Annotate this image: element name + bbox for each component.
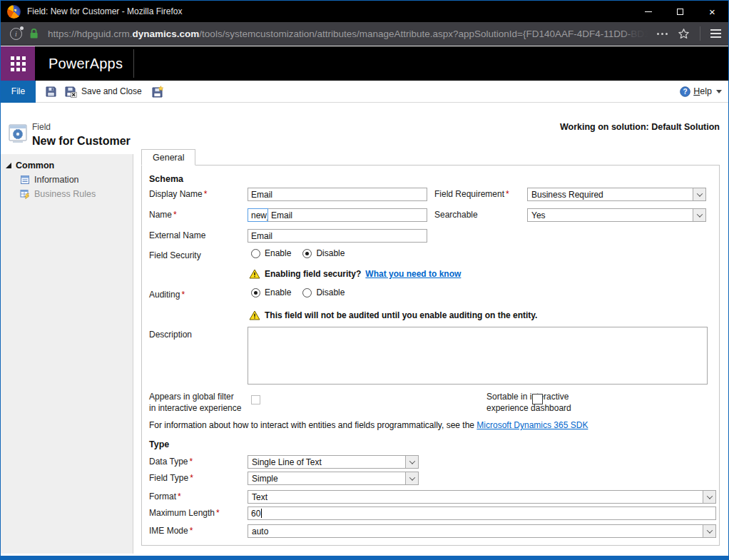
description-textarea[interactable]	[248, 327, 708, 385]
sidebar-item-information[interactable]: Information	[1, 173, 133, 187]
help-icon: ?	[680, 86, 690, 97]
field-security-warning: Enabling field security? What you need t…	[249, 269, 461, 279]
auditing-enable-radio[interactable]	[251, 288, 260, 297]
app-header-separator	[133, 49, 134, 78]
solution-status: Working on solution: Default Solution	[560, 122, 720, 132]
url-input[interactable]: https://hdpguid.crm.dynamics.com/tools/s…	[48, 29, 653, 39]
sdk-link[interactable]: Microsoft Dynamics 365 SDK	[476, 420, 588, 430]
data-type-select[interactable]: Single Line of Text	[248, 455, 419, 469]
format-label: Format*	[149, 492, 181, 502]
field-security-radio-group: Enable Disable	[251, 248, 345, 258]
field-requirement-label: Field Requirement*	[434, 189, 509, 199]
page-info-icon[interactable]: i	[10, 28, 22, 40]
navigation-sidebar: Common Information Business Rules	[1, 154, 133, 554]
maximum-length-label: Maximum Length*	[149, 508, 220, 518]
warning-icon	[249, 269, 260, 279]
page-header: Field New for Customer Working on soluti…	[1, 103, 728, 154]
business-rules-icon	[20, 189, 30, 199]
minimize-icon	[645, 11, 652, 12]
permission-dot-icon	[20, 26, 24, 30]
chevron-down-icon[interactable]	[693, 209, 705, 221]
warning-icon	[249, 310, 260, 320]
format-select[interactable]: Text	[248, 490, 716, 504]
sdk-note: For information about how to interact wi…	[149, 420, 588, 430]
display-name-label: Display Name*	[149, 189, 207, 199]
waffle-menu-button[interactable]	[1, 46, 35, 81]
maximum-length-input[interactable]: 60	[248, 506, 716, 520]
global-filter-label: Appears in global filterin interactive e…	[149, 391, 249, 414]
minimize-button[interactable]	[632, 1, 664, 22]
name-label: Name*	[149, 210, 177, 220]
sidebar-item-business-rules[interactable]: Business Rules	[1, 187, 133, 201]
name-input[interactable]: Email	[267, 208, 427, 222]
data-type-label: Data Type*	[149, 457, 193, 467]
sidebar-group-common[interactable]: Common	[1, 158, 133, 173]
svg-text:?: ?	[683, 88, 688, 96]
field-type-select[interactable]: Simple	[248, 472, 419, 485]
description-label: Description	[149, 330, 192, 340]
waffle-icon	[11, 56, 26, 71]
menu-icon[interactable]	[710, 29, 721, 38]
auditing-radio-group: Enable Disable	[251, 287, 345, 297]
external-name-input[interactable]: Email	[248, 229, 427, 243]
text-cursor	[261, 509, 262, 518]
display-name-input[interactable]: Email	[248, 188, 427, 201]
page-title: New for Customer	[32, 135, 131, 148]
url-prefix: https://hdpguid.crm.	[48, 29, 133, 39]
field-security-enable-radio[interactable]	[251, 249, 260, 258]
tree-expander-icon[interactable]	[6, 163, 11, 168]
name-prefix-input[interactable]: new_	[248, 208, 268, 222]
help-label: Help	[693, 86, 712, 96]
sortable-checkbox[interactable]	[532, 394, 543, 404]
external-name-label: External Name	[149, 230, 205, 240]
ime-mode-select[interactable]: auto	[248, 524, 716, 538]
record-type-label: Field	[32, 122, 51, 132]
save-and-new-button[interactable]	[151, 86, 164, 98]
firefox-window: Field: New for Customer - Mozilla Firefo…	[0, 0, 729, 560]
searchable-label: Searchable	[434, 210, 478, 220]
url-path: /tools/systemcustomization/attributes/ma…	[199, 29, 631, 39]
address-bar[interactable]: i https://hdpguid.crm.dynamics.com/tools…	[1, 22, 728, 46]
url-fade	[620, 29, 653, 39]
maximize-icon	[677, 9, 683, 15]
bookmark-star-icon[interactable]	[678, 28, 690, 40]
sidebar-group-label: Common	[16, 161, 54, 170]
chevron-down-icon[interactable]	[703, 525, 715, 537]
field-security-disable-radio[interactable]	[302, 249, 312, 258]
maximize-button[interactable]	[664, 1, 696, 22]
auditing-warning: This field will not be audited until you…	[249, 310, 537, 320]
close-button[interactable]: ×	[696, 1, 728, 22]
save-and-new-icon	[151, 86, 164, 98]
schema-section-heading: Schema	[149, 174, 183, 184]
tab-general[interactable]: General	[141, 149, 195, 166]
url-domain: dynamics.com	[133, 29, 200, 39]
save-button[interactable]	[45, 86, 57, 98]
chevron-down-icon[interactable]	[405, 472, 418, 484]
field-security-learn-link[interactable]: What you need to know	[365, 269, 461, 279]
file-tab[interactable]: File	[1, 81, 36, 103]
padlock-icon[interactable]	[29, 28, 39, 39]
page-actions-icon[interactable]	[657, 33, 668, 35]
save-and-close-label: Save and Close	[81, 86, 142, 96]
searchable-select[interactable]: Yes	[527, 208, 706, 222]
toolbar-separator	[700, 26, 700, 41]
general-tab-panel: Schema Display Name* Email Field Require…	[141, 165, 720, 546]
auditing-disable-radio[interactable]	[302, 288, 312, 297]
save-and-close-button[interactable]: Save and Close	[64, 86, 142, 98]
firefox-icon	[7, 5, 21, 19]
app-header: PowerApps	[1, 46, 728, 81]
chevron-down-icon[interactable]	[405, 456, 418, 468]
help-menu[interactable]: ? Help	[680, 86, 722, 97]
ribbon-toolbar: File Save and Close	[1, 81, 728, 103]
sidebar-item-label: Information	[34, 175, 79, 185]
field-entity-icon	[7, 122, 29, 145]
auditing-label: Auditing*	[149, 290, 185, 300]
ime-mode-label: IME Mode*	[149, 526, 193, 536]
chevron-down-icon[interactable]	[693, 188, 705, 200]
global-filter-checkbox[interactable]	[251, 395, 260, 404]
information-icon	[20, 175, 30, 185]
chevron-down-icon[interactable]	[703, 491, 715, 503]
field-requirement-select[interactable]: Business Required	[527, 188, 706, 201]
chevron-down-icon	[716, 90, 722, 93]
powerapps-brand: PowerApps	[49, 56, 123, 72]
